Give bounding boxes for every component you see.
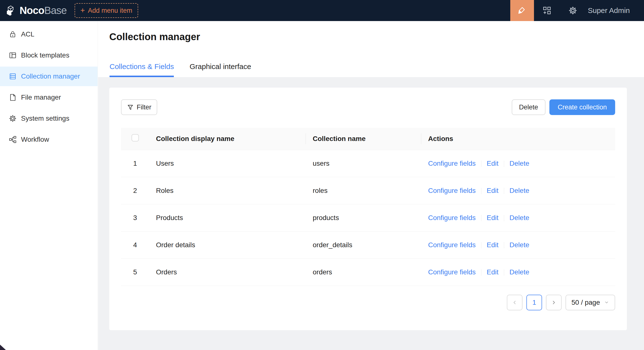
ui-editor-toggle[interactable] <box>510 0 534 21</box>
pagination: 1 50 / page <box>121 295 615 310</box>
page-header: Collection manager Collections & Fields … <box>98 21 644 77</box>
cell-display-name: Users <box>149 150 306 177</box>
layout-icon <box>9 51 17 59</box>
action-divider <box>504 242 504 248</box>
table-row: 3 Products products Configure fieldsEdit… <box>121 204 615 231</box>
delete-link[interactable]: Delete <box>510 160 529 167</box>
column-header-display-name: Collection display name <box>149 128 306 150</box>
cell-display-name: Orders <box>149 258 306 286</box>
gear-icon <box>9 115 17 122</box>
action-divider <box>504 269 504 276</box>
top-header: NocoBase + Add menu item <box>0 0 644 21</box>
action-divider <box>481 215 482 221</box>
collection-manager-card: Filter Delete Create collection Collecti… <box>109 88 627 330</box>
mouse-cursor-artifact <box>0 344 6 350</box>
add-menu-item-button[interactable]: + Add menu item <box>74 3 138 18</box>
tab-graphical-interface[interactable]: Graphical interface <box>190 62 251 77</box>
delete-link[interactable]: Delete <box>510 241 529 249</box>
create-collection-label: Create collection <box>558 104 607 111</box>
sidebar-item-collection-manager[interactable]: Collection manager <box>0 67 98 86</box>
toolbar-right: Delete Create collection <box>512 99 615 115</box>
page-size-select[interactable]: 50 / page <box>566 295 615 310</box>
action-divider <box>504 215 504 221</box>
plugin-manager-icon <box>543 6 551 15</box>
partition-icon <box>9 136 17 143</box>
delete-button-label: Delete <box>519 104 538 111</box>
pagination-page-1[interactable]: 1 <box>526 295 542 310</box>
page-size-value: 50 / page <box>572 299 600 306</box>
collections-icon <box>9 73 17 80</box>
sidebar-item-label: System settings <box>21 115 70 122</box>
table-row: 2 Roles roles Configure fieldsEditDelete <box>121 177 615 204</box>
delete-link[interactable]: Delete <box>510 187 529 194</box>
row-index: 1 <box>121 150 149 177</box>
add-menu-item-label: Add menu item <box>88 7 132 15</box>
chevron-left-icon <box>512 299 518 306</box>
sidebar-item-workflow[interactable]: Workflow <box>0 130 98 149</box>
edit-link[interactable]: Edit <box>487 268 498 276</box>
row-index: 5 <box>121 258 149 286</box>
system-settings-button[interactable] <box>560 0 586 21</box>
delete-link[interactable]: Delete <box>510 268 529 276</box>
cell-collection-name: orders <box>306 258 421 286</box>
plus-icon: + <box>80 6 85 14</box>
edit-link[interactable]: Edit <box>487 241 498 249</box>
nocobase-logo[interactable]: NocoBase <box>5 5 67 17</box>
sidebar-item-block-templates[interactable]: Block templates <box>0 46 98 65</box>
cell-collection-name: roles <box>306 177 421 204</box>
edit-link[interactable]: Edit <box>487 187 498 194</box>
column-header-collection-name: Collection name <box>306 128 421 150</box>
select-all-checkbox[interactable] <box>132 134 139 141</box>
table-row: 4 Order details order_details Configure … <box>121 231 615 258</box>
pagination-next-button[interactable] <box>546 295 562 310</box>
chevron-right-icon <box>550 299 557 306</box>
table-header-row: Collection display name Collection name … <box>121 128 615 150</box>
current-user-menu[interactable]: Super Admin <box>588 6 630 15</box>
action-divider <box>504 161 504 167</box>
configure-fields-link[interactable]: Configure fields <box>428 187 476 194</box>
table-row: 5 Orders orders Configure fieldsEditDele… <box>121 258 615 286</box>
cell-display-name: Order details <box>149 231 306 258</box>
sidebar-item-label: ACL <box>21 30 34 38</box>
configure-fields-link[interactable]: Configure fields <box>428 268 476 276</box>
filter-button-label: Filter <box>137 104 151 111</box>
table-toolbar: Filter Delete Create collection <box>121 99 615 115</box>
edit-link[interactable]: Edit <box>487 160 498 167</box>
pagination-prev-button[interactable] <box>507 295 522 310</box>
create-collection-button[interactable]: Create collection <box>550 99 615 115</box>
sidebar-item-label: File manager <box>21 94 61 101</box>
row-index: 4 <box>121 231 149 258</box>
row-index: 3 <box>121 204 149 231</box>
sidebar-item-system-settings[interactable]: System settings <box>0 109 98 128</box>
edit-link[interactable]: Edit <box>487 214 498 221</box>
sidebar-item-label: Collection manager <box>21 73 80 80</box>
filter-button[interactable]: Filter <box>121 99 157 115</box>
cell-actions: Configure fieldsEditDelete <box>421 258 615 286</box>
content-area: Filter Delete Create collection Collecti… <box>98 77 644 350</box>
cell-collection-name: order_details <box>306 231 421 258</box>
file-icon <box>9 94 17 101</box>
cell-collection-name: products <box>306 204 421 231</box>
action-divider <box>504 188 504 194</box>
configure-fields-link[interactable]: Configure fields <box>428 214 476 221</box>
delete-link[interactable]: Delete <box>510 214 529 221</box>
sidebar-item-label: Block templates <box>21 51 70 59</box>
table-row: 1 Users users Configure fieldsEditDelete <box>121 150 615 177</box>
sidebar-item-acl[interactable]: ACL <box>0 25 98 44</box>
cell-actions: Configure fieldsEditDelete <box>421 177 615 204</box>
delete-button[interactable]: Delete <box>512 99 546 115</box>
action-divider <box>481 188 482 194</box>
sidebar-item-label: Workflow <box>21 136 49 143</box>
collections-table: Collection display name Collection name … <box>121 128 615 286</box>
filter-icon <box>127 104 134 111</box>
header-actions: Super Admin <box>510 0 644 21</box>
cell-collection-name: users <box>306 150 421 177</box>
gear-icon <box>568 6 577 15</box>
sidebar-item-file-manager[interactable]: File manager <box>0 88 98 107</box>
configure-fields-link[interactable]: Configure fields <box>428 241 476 249</box>
cell-actions: Configure fieldsEditDelete <box>421 231 615 258</box>
tab-collections-fields[interactable]: Collections & Fields <box>110 62 174 77</box>
configure-fields-link[interactable]: Configure fields <box>428 160 476 167</box>
cell-actions: Configure fieldsEditDelete <box>421 204 615 231</box>
plugin-manager-button[interactable] <box>534 0 560 21</box>
